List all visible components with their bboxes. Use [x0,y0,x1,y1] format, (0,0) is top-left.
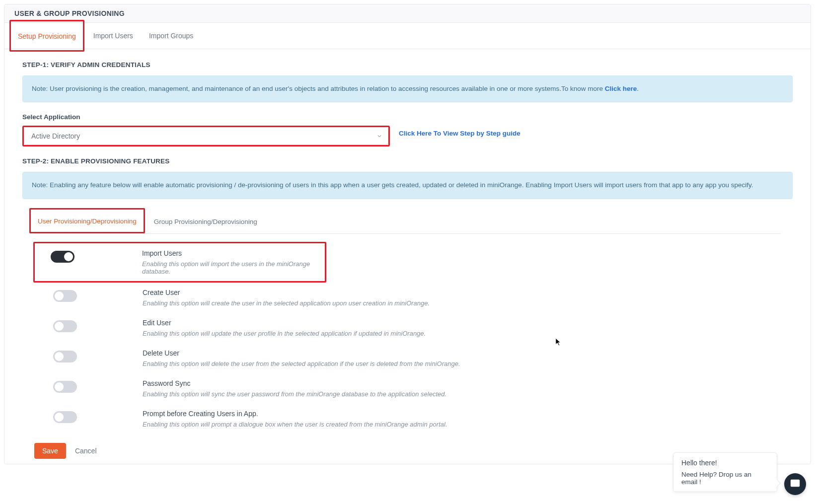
feature-desc: Enabling this option will import the use… [142,260,321,275]
toggle-delete-user[interactable] [53,351,77,362]
tab-import-users[interactable]: Import Users [91,23,135,49]
step2-title: STEP-2: ENABLE PROVISIONING FEATURES [22,157,793,165]
feature-title: Delete User [143,349,460,357]
feature-text: Delete User Enabling this option will de… [143,349,460,367]
help-fab[interactable] [784,473,806,495]
select-application-label: Select Application [22,113,793,121]
feature-text: Prompt before Creating Users in App. Ena… [143,410,447,428]
step1-note: Note: User provisioning is the creation,… [22,75,793,102]
form-actions: Save Cancel [34,443,781,459]
step2-note: Note: Enabling any feature below will en… [22,172,793,199]
cancel-button[interactable]: Cancel [75,447,97,455]
panel-title: USER & GROUP PROVISIONING [4,4,811,23]
select-application-highlight: Active Directory [22,126,390,146]
toggle-create-user[interactable] [53,290,77,302]
select-application[interactable]: Active Directory [24,127,388,145]
help-hello: Hello there! [681,459,769,467]
provisioning-panel: USER & GROUP PROVISIONING Setup Provisio… [4,4,811,464]
feature-row-password-sync: Password Sync Enabling this option will … [34,373,781,404]
subtab-group-provisioning[interactable]: Group Provisioning/Deprovisioning [152,211,259,232]
mail-icon [790,478,801,491]
tab-highlight: Setup Provisioning [9,20,84,52]
feature-row-delete-user: Delete User Enabling this option will de… [34,343,781,373]
step1-note-text: Note: User provisioning is the creation,… [32,85,605,92]
tab-setup-provisioning[interactable]: Setup Provisioning [16,23,78,49]
main-tabs: Setup Provisioning Import Users Import G… [4,23,811,49]
help-popover-tail [774,480,781,487]
feature-text: Create User Enabling this option will cr… [143,288,430,307]
feature-row-edit-user: Edit User Enabling this option will upda… [34,313,781,343]
help-ask: Need Help? Drop us an email ! [681,471,769,486]
feature-title: Import Users [142,249,321,257]
provisioning-subtabs: User Provisioning/Deprovisioning Group P… [34,210,781,234]
step-by-step-guide-link[interactable]: Click Here To View Step by Step guide [399,130,520,137]
toggle-import-users[interactable] [51,251,74,263]
tab-content: STEP-1: VERIFY ADMIN CREDENTIALS Note: U… [4,49,811,464]
feature-desc: Enabling this option will delete the use… [143,360,460,367]
feature-desc: Enabling this option will create the use… [143,299,430,307]
step1-note-suffix: . [637,85,639,92]
feature-title: Prompt before Creating Users in App. [143,410,447,418]
toggle-edit-user[interactable] [53,320,77,332]
feature-text: Import Users Enabling this option will i… [142,249,321,275]
feature-desc: Enabling this option will update the use… [143,330,426,337]
feature-row-prompt-create: Prompt before Creating Users in App. Ena… [34,404,781,434]
feature-row-create-user: Create User Enabling this option will cr… [34,283,781,313]
step1-title: STEP-1: VERIFY ADMIN CREDENTIALS [22,61,793,69]
subtab-user-provisioning[interactable]: User Provisioning/Deprovisioning [36,211,139,232]
help-popover: Hello there! Need Help? Drop us an email… [673,452,777,492]
tab-import-groups[interactable]: Import Groups [147,23,195,49]
feature-title: Password Sync [143,379,446,387]
save-button[interactable]: Save [34,443,66,459]
subtab-highlight: User Provisioning/Deprovisioning [29,208,145,233]
feature-text: Password Sync Enabling this option will … [143,379,446,398]
toggle-prompt-create[interactable] [53,411,77,423]
feature-title: Edit User [143,319,426,327]
cursor-icon [555,338,562,347]
feature-title: Create User [143,288,430,296]
select-application-row: Active Directory Click Here To View Step… [22,126,793,146]
feature-desc: Enabling this option will prompt a dialo… [143,421,447,428]
feature-text: Edit User Enabling this option will upda… [143,319,426,337]
feature-desc: Enabling this option will sync the user … [143,390,446,398]
step1-note-link[interactable]: Click here [605,85,637,92]
feature-row-import-users: Import Users Enabling this option will i… [33,242,326,283]
features-list: Import Users Enabling this option will i… [34,242,781,434]
toggle-password-sync[interactable] [53,381,77,393]
